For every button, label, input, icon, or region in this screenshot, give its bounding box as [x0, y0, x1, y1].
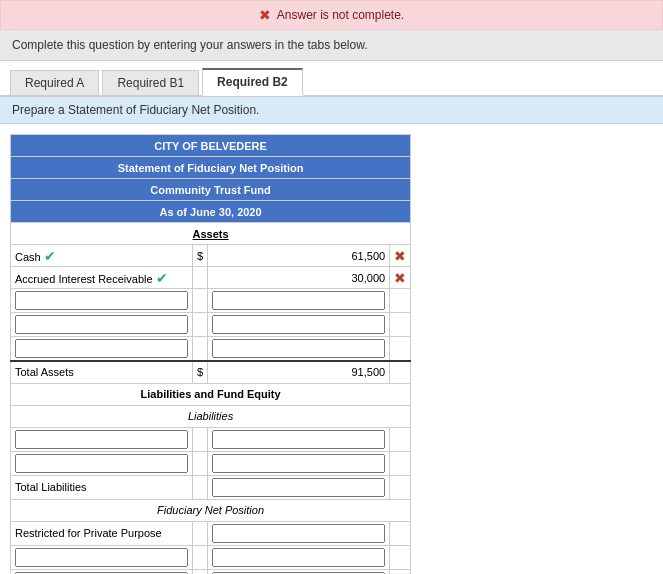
- assets-header-row: Assets: [11, 223, 411, 245]
- xmark-icon-accrued: ✖: [394, 270, 406, 286]
- total-assets-value: 91,500: [208, 361, 390, 383]
- total-liabilities-label: Total Liabilities: [11, 475, 193, 499]
- total-assets-empty: [390, 361, 411, 383]
- table-row: [11, 313, 411, 337]
- empty-label-3[interactable]: [11, 337, 193, 362]
- title-cell-1: CITY OF BELVEDERE: [11, 135, 411, 157]
- xmark-cell-accrued: ✖: [390, 267, 411, 289]
- alert-bar: ✖ Answer is not complete.: [0, 0, 663, 30]
- total-assets-row: Total Assets $ 91,500: [11, 361, 411, 383]
- input-field[interactable]: [212, 339, 385, 358]
- input-field[interactable]: [15, 291, 188, 310]
- liab-label-1[interactable]: [11, 427, 193, 451]
- input-field[interactable]: [212, 315, 385, 334]
- liab-x-2: [390, 451, 411, 475]
- alert-icon: ✖: [259, 7, 271, 23]
- table-row: [11, 337, 411, 362]
- tab-required-b1[interactable]: Required B1: [102, 70, 199, 95]
- input-field[interactable]: [15, 315, 188, 334]
- xmark-cell-cash: ✖: [390, 245, 411, 267]
- table-row: [11, 545, 411, 569]
- total-liab-dollar: [193, 475, 208, 499]
- empty-x-3: [390, 337, 411, 362]
- input-field[interactable]: [212, 454, 385, 473]
- tabs-row: Required A Required B1 Required B2: [0, 61, 663, 97]
- table-row: [11, 427, 411, 451]
- input-field[interactable]: [212, 478, 385, 497]
- fiduciary-header-row: Fiduciary Net Position: [11, 499, 411, 521]
- total-liab-value[interactable]: [208, 475, 390, 499]
- dollar-cell-accrued: [193, 267, 208, 289]
- liab-value-1[interactable]: [208, 427, 390, 451]
- restricted-x: [390, 521, 411, 545]
- empty-dollar-2: [193, 313, 208, 337]
- table-row: Accrued Interest Receivable ✔ 30,000 ✖: [11, 267, 411, 289]
- empty-x-2: [390, 313, 411, 337]
- title-cell-3: Community Trust Fund: [11, 179, 411, 201]
- liab-dollar-2: [193, 451, 208, 475]
- input-field[interactable]: [15, 430, 188, 449]
- restricted-dollar: [193, 521, 208, 545]
- title-cell-4: As of June 30, 2020: [11, 201, 411, 223]
- total-assets-label: Total Assets: [11, 361, 193, 383]
- empty-label-1[interactable]: [11, 289, 193, 313]
- input-field[interactable]: [15, 454, 188, 473]
- input-field[interactable]: [15, 339, 188, 358]
- total-liabilities-row: Total Liabilities: [11, 475, 411, 499]
- input-field[interactable]: [212, 548, 385, 567]
- liab-dollar-1: [193, 427, 208, 451]
- net-value-2[interactable]: [208, 569, 390, 574]
- total-assets-dollar: $: [193, 361, 208, 383]
- net-label-1[interactable]: [11, 545, 193, 569]
- restricted-value[interactable]: [208, 521, 390, 545]
- empty-dollar-3: [193, 337, 208, 362]
- tab-required-b2[interactable]: Required B2: [202, 68, 303, 96]
- restricted-label: Restricted for Private Purpose: [11, 521, 193, 545]
- empty-value-2[interactable]: [208, 313, 390, 337]
- empty-x-1: [390, 289, 411, 313]
- table-row: Cash ✔ $ 61,500 ✖: [11, 245, 411, 267]
- net-dollar-1: [193, 545, 208, 569]
- input-field[interactable]: [15, 548, 188, 567]
- total-liab-x: [390, 475, 411, 499]
- dollar-cell-cash: $: [193, 245, 208, 267]
- table-row: [11, 451, 411, 475]
- title-row-4: As of June 30, 2020: [11, 201, 411, 223]
- net-value-1[interactable]: [208, 545, 390, 569]
- title-row-1: CITY OF BELVEDERE: [11, 135, 411, 157]
- check-icon-cash: ✔: [44, 248, 56, 264]
- instruction-text: Complete this question by entering your …: [12, 38, 368, 52]
- empty-dollar-1: [193, 289, 208, 313]
- net-label-2[interactable]: [11, 569, 193, 574]
- statement-table: CITY OF BELVEDERE Statement of Fiduciary…: [10, 134, 411, 574]
- tab-required-a[interactable]: Required A: [10, 70, 99, 95]
- empty-value-3[interactable]: [208, 337, 390, 362]
- instruction-bar: Complete this question by entering your …: [0, 30, 663, 61]
- liab-equity-header-row: Liabilities and Fund Equity: [11, 383, 411, 405]
- fiduciary-label: Fiduciary Net Position: [11, 499, 411, 521]
- net-dollar-2: [193, 569, 208, 574]
- liab-x-1: [390, 427, 411, 451]
- assets-label: Assets: [11, 223, 411, 245]
- liabilities-label: Liabilities: [11, 405, 411, 427]
- title-row-3: Community Trust Fund: [11, 179, 411, 201]
- title-cell-2: Statement of Fiduciary Net Position: [11, 157, 411, 179]
- restricted-row: Restricted for Private Purpose: [11, 521, 411, 545]
- row-label-accrued: Accrued Interest Receivable ✔: [11, 267, 193, 289]
- liabilities-header-row: Liabilities: [11, 405, 411, 427]
- value-cell-accrued: 30,000: [208, 267, 390, 289]
- input-field[interactable]: [212, 291, 385, 310]
- page-wrapper: ✖ Answer is not complete. Complete this …: [0, 0, 663, 574]
- liab-value-2[interactable]: [208, 451, 390, 475]
- empty-label-2[interactable]: [11, 313, 193, 337]
- empty-value-1[interactable]: [208, 289, 390, 313]
- table-row: [11, 569, 411, 574]
- main-content: CITY OF BELVEDERE Statement of Fiduciary…: [0, 124, 663, 574]
- table-row: [11, 289, 411, 313]
- input-field[interactable]: [212, 524, 385, 543]
- xmark-icon-cash: ✖: [394, 248, 406, 264]
- input-field[interactable]: [212, 430, 385, 449]
- alert-message: Answer is not complete.: [277, 8, 404, 22]
- liab-label-2[interactable]: [11, 451, 193, 475]
- net-x-1: [390, 545, 411, 569]
